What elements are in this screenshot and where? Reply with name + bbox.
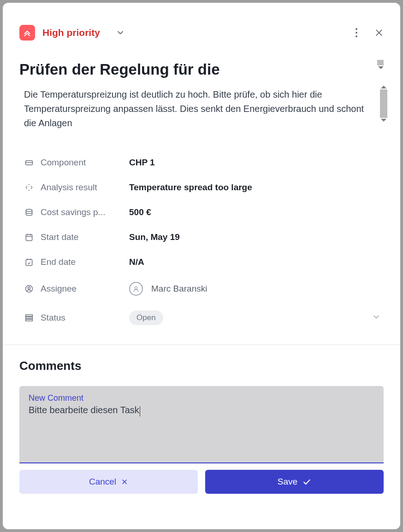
new-comment-input[interactable]: Bitte bearbeite diesen Task — [29, 405, 374, 416]
properties-list: Component CHP 1 Analysis result Temperat… — [24, 150, 384, 333]
save-label: Save — [278, 477, 297, 487]
task-description: Die Temperaturspreizung ist deutlich zu … — [24, 88, 384, 130]
status-chip: Open — [129, 310, 163, 325]
kebab-icon — [355, 28, 358, 38]
svg-rect-19 — [26, 317, 33, 318]
calendar-check-icon — [24, 257, 34, 267]
modal-header: High priority — [3, 3, 400, 46]
prop-value: Temperature spread too large — [129, 182, 252, 193]
task-modal: High priority Prüfen der Regelung für di… — [3, 3, 400, 529]
assignee-cell[interactable]: Marc Baranski — [129, 282, 207, 296]
check-icon — [302, 477, 311, 486]
scroll-thumb[interactable] — [377, 60, 384, 65]
svg-point-7 — [26, 209, 32, 211]
prop-value: 500 € — [129, 207, 151, 217]
chevron-down-icon — [116, 28, 125, 37]
svg-rect-20 — [26, 319, 33, 321]
svg-point-0 — [356, 28, 357, 30]
user-icon — [24, 284, 34, 293]
component-icon — [24, 158, 34, 167]
analysis-icon — [24, 183, 34, 192]
scroll-down-icon — [378, 66, 384, 69]
save-button[interactable]: Save — [205, 470, 384, 494]
prop-assignee: Assignee Marc Baranski — [24, 275, 384, 303]
svg-rect-12 — [26, 259, 32, 265]
prop-label: Analysis result — [41, 182, 118, 193]
header-actions — [355, 28, 384, 38]
prop-savings: Cost savings p... 500 € — [24, 200, 384, 225]
svg-point-16 — [28, 287, 30, 289]
task-title: Prüfen der Regelung für die — [19, 60, 384, 79]
assignee-name: Marc Baranski — [151, 284, 207, 294]
svg-point-1 — [356, 32, 357, 34]
scroll-thumb[interactable] — [380, 89, 387, 118]
svg-point-17 — [135, 286, 137, 289]
prop-component: Component CHP 1 — [24, 150, 384, 175]
prop-value: Sun, May 19 — [129, 232, 180, 242]
scroll-down-icon — [381, 119, 386, 122]
svg-rect-8 — [26, 234, 32, 240]
prop-status[interactable]: Status Open — [24, 303, 384, 333]
prop-label: Start date — [41, 232, 118, 242]
avatar-icon — [129, 282, 143, 296]
prop-label: End date — [41, 257, 118, 267]
close-button[interactable] — [374, 28, 384, 37]
prop-end-date: End date N/A — [24, 250, 384, 275]
new-comment-box[interactable]: New Comment Bitte bearbeite diesen Task — [19, 386, 384, 463]
description-area[interactable]: Die Temperaturspreizung ist deutlich zu … — [24, 88, 384, 134]
scroll-up-icon — [381, 86, 386, 88]
prop-analysis: Analysis result Temperature spread too l… — [24, 175, 384, 200]
prop-label: Status — [41, 313, 118, 323]
prop-value: CHP 1 — [129, 158, 155, 168]
comments-heading: Comments — [19, 359, 384, 373]
title-area[interactable]: Prüfen der Regelung für die — [19, 60, 384, 82]
priority-label: High priority — [42, 27, 100, 38]
text-cursor — [140, 406, 140, 416]
status-icon — [24, 313, 34, 322]
description-scrollbar[interactable] — [380, 86, 387, 122]
close-icon — [374, 28, 384, 37]
prop-start-date: Start date Sun, May 19 — [24, 225, 384, 250]
prop-label: Component — [41, 158, 118, 168]
more-button[interactable] — [355, 28, 358, 38]
cancel-button[interactable]: Cancel — [19, 470, 198, 494]
title-scrollbar[interactable] — [377, 60, 384, 69]
prop-label: Cost savings p... — [41, 207, 118, 217]
comments-section: Comments New Comment Bitte bearbeite die… — [3, 345, 400, 529]
close-icon — [121, 478, 128, 485]
prop-label: Assignee — [41, 284, 118, 294]
chevron-down-icon — [372, 312, 381, 322]
svg-point-2 — [356, 35, 357, 37]
savings-icon — [24, 208, 34, 217]
cancel-label: Cancel — [89, 477, 116, 487]
priority-dropdown[interactable] — [107, 28, 125, 37]
new-comment-label: New Comment — [29, 393, 374, 403]
calendar-icon — [24, 233, 34, 242]
priority-high-icon — [19, 25, 35, 41]
new-comment-text: Bitte bearbeite diesen Task — [29, 405, 139, 415]
svg-rect-18 — [26, 315, 33, 316]
prop-value: N/A — [129, 257, 144, 267]
comment-buttons: Cancel Save — [19, 470, 384, 494]
status-chevron — [372, 312, 381, 323]
